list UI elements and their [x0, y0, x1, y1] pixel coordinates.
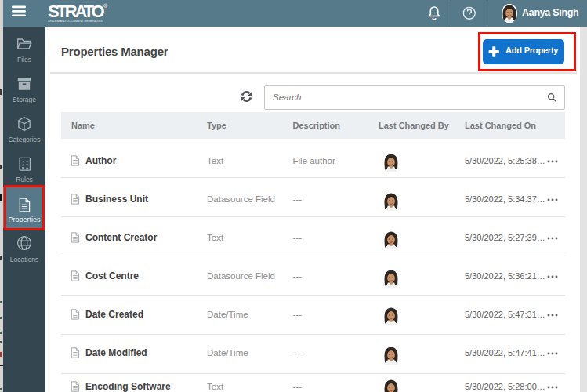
svg-text:ON DEMAND DOCUMENT GENERATION: ON DEMAND DOCUMENT GENERATION: [48, 19, 103, 23]
svg-text:R: R: [105, 5, 107, 8]
